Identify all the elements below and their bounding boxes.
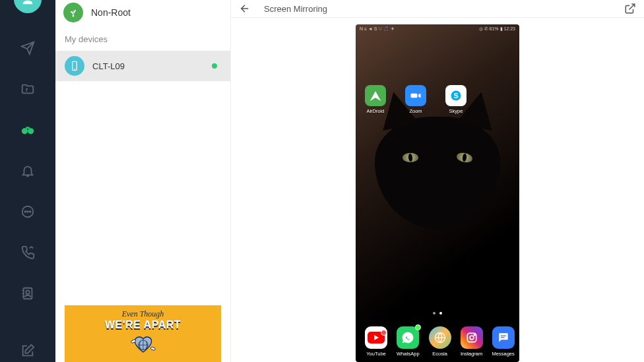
app-label: Zoom xyxy=(409,108,422,114)
app-whatsapp[interactable]: WhatsApp xyxy=(397,326,420,357)
device-row[interactable]: CLT-L09 xyxy=(55,51,230,81)
svg-point-9 xyxy=(26,290,30,294)
app-label: YouTube xyxy=(366,351,385,357)
mode-label: Non-Root xyxy=(91,7,131,18)
svg-point-1 xyxy=(22,128,28,134)
nav-contacts-icon[interactable] xyxy=(19,285,36,302)
messages-icon xyxy=(492,326,515,349)
airdroid-icon xyxy=(365,85,386,106)
app-label: AirDroid xyxy=(366,108,384,114)
app-label: Messages xyxy=(492,351,515,357)
home-apps-row1: AirDroid Zoom S Skype xyxy=(365,85,467,114)
instagram-icon xyxy=(461,326,483,349)
skype-icon: S xyxy=(445,85,467,106)
nav-rail xyxy=(0,0,55,362)
mode-row[interactable]: Non-Root xyxy=(55,0,230,25)
popout-button[interactable] xyxy=(624,3,636,15)
phone-screen[interactable]: N ≤ ◄ S ♡ 🎵 ✈ ◎ ✆ 81% ▮ 12:23 AirDroid Z… xyxy=(356,24,519,362)
svg-rect-14 xyxy=(150,347,155,351)
ecosia-icon xyxy=(429,326,451,349)
app-label: Instagram xyxy=(461,351,482,357)
page-indicator xyxy=(356,312,519,315)
main-header: Screen Mirroring xyxy=(231,0,644,18)
back-button[interactable] xyxy=(239,3,251,15)
nav-phone-icon[interactable] xyxy=(19,244,36,261)
globe-heart-icon xyxy=(125,332,161,360)
phone-dock: YouTube WhatsApp Ecosia Instagram Messag… xyxy=(365,326,515,357)
whatsapp-icon xyxy=(397,326,419,349)
wallpaper-cat xyxy=(375,117,500,229)
statusbar-right: ◎ ✆ 81% ▮ 12:23 xyxy=(479,26,515,32)
app-label: Skype xyxy=(449,108,463,114)
svg-rect-23 xyxy=(501,337,505,338)
statusbar-left: N ≤ ◄ S ♡ 🎵 ✈ xyxy=(360,26,395,32)
devices-header: My devices xyxy=(55,25,230,51)
nav-bell-icon[interactable] xyxy=(19,162,36,179)
svg-rect-15 xyxy=(411,94,418,98)
app-messages[interactable]: Messages xyxy=(492,326,515,357)
mirror-viewport: N ≤ ◄ S ♡ 🎵 ✈ ◎ ✆ 81% ▮ 12:23 AirDroid Z… xyxy=(231,18,644,362)
nav-chat-icon[interactable] xyxy=(19,203,36,220)
promo-banner[interactable]: Even Though WE'RE APART xyxy=(65,305,221,362)
app-instagram[interactable]: Instagram xyxy=(461,326,483,357)
app-airdroid[interactable]: AirDroid xyxy=(365,85,386,114)
app-ecosia[interactable]: Ecosia xyxy=(429,326,451,357)
svg-point-7 xyxy=(30,211,31,212)
status-dot xyxy=(212,63,217,69)
user-avatar[interactable] xyxy=(14,0,42,13)
app-label: Ecosia xyxy=(432,351,447,357)
svg-point-21 xyxy=(474,334,475,336)
nav-binoculars-icon[interactable] xyxy=(19,121,36,138)
svg-point-20 xyxy=(470,336,474,340)
app-zoom[interactable]: Zoom xyxy=(405,85,426,114)
svg-rect-3 xyxy=(26,127,30,129)
main-panel: Screen Mirroring N ≤ ◄ S ♡ 🎵 ✈ ◎ ✆ 81% ▮… xyxy=(231,0,644,362)
app-label: WhatsApp xyxy=(397,351,420,357)
svg-point-2 xyxy=(28,128,34,134)
app-skype[interactable]: S Skype xyxy=(445,85,467,114)
main-title: Screen Mirroring xyxy=(264,4,327,14)
ad-line1: Even Though xyxy=(122,309,164,319)
nav-send-icon[interactable] xyxy=(19,40,36,57)
usb-icon xyxy=(63,3,83,22)
zoom-icon xyxy=(405,85,426,106)
phone-statusbar: N ≤ ◄ S ♡ 🎵 ✈ ◎ ✆ 81% ▮ 12:23 xyxy=(356,24,519,34)
ad-line2: WE'RE APART xyxy=(105,319,181,331)
phone-icon xyxy=(65,56,84,76)
svg-point-6 xyxy=(27,211,28,212)
svg-rect-22 xyxy=(501,336,506,336)
svg-text:S: S xyxy=(453,92,458,100)
svg-point-5 xyxy=(24,211,26,212)
sidebar: Non-Root My devices CLT-L09 Even Though … xyxy=(55,0,231,362)
nav-compose-icon[interactable] xyxy=(19,342,36,359)
youtube-icon xyxy=(365,326,387,349)
nav-files-icon[interactable] xyxy=(19,80,36,98)
device-name: CLT-L09 xyxy=(92,61,125,71)
app-youtube[interactable]: YouTube xyxy=(365,326,387,357)
